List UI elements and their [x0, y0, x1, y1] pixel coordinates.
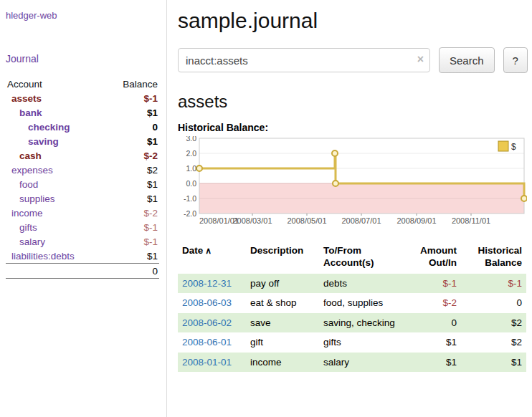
accounts-header-balance: Balance	[123, 79, 158, 90]
account-row: assets $-1	[6, 91, 159, 105]
transaction-accounts: debts	[319, 274, 409, 294]
account-balance: $1	[147, 179, 158, 190]
y-tick-label: 2.0	[186, 149, 196, 158]
y-tick-label: -2.0	[184, 209, 196, 218]
account-link-salary[interactable]: salary	[7, 236, 45, 247]
accounts-table: Account Balance assets $-1 bank $1 check…	[6, 77, 159, 279]
transaction-balance: 0	[461, 293, 526, 313]
transaction-amount: $-1	[409, 274, 461, 294]
account-row: supplies $1	[6, 191, 159, 206]
legend-swatch	[498, 141, 508, 151]
x-tick-label: 2008/11/01	[452, 216, 490, 225]
account-row: bank $1	[6, 105, 159, 120]
transaction-row: 2008-12-31 pay off debts $-1 $-1	[178, 274, 526, 294]
account-link-gifts[interactable]: gifts	[7, 222, 37, 233]
transaction-date-link[interactable]: 2008-06-02	[182, 317, 232, 328]
account-row: gifts $-1	[6, 220, 159, 234]
transaction-date-link[interactable]: 2008-06-03	[182, 297, 232, 308]
transaction-amount: $1	[409, 353, 461, 373]
transaction-description: eat & shop	[246, 293, 319, 313]
account-link-liabilities-debts[interactable]: liabilities:debts	[7, 251, 75, 262]
x-tick-label: 2008/05/01	[287, 216, 326, 225]
data-point-marker	[333, 181, 338, 186]
account-balance: $-2	[143, 208, 158, 219]
transaction-date-link[interactable]: 2008-01-01	[182, 357, 232, 368]
transaction-balance: $2	[461, 332, 526, 353]
y-tick-label: -1.0	[184, 194, 196, 203]
account-link-food[interactable]: food	[7, 179, 38, 190]
header-accounts: To/From Account(s)	[319, 242, 409, 274]
account-link-assets[interactable]: assets	[7, 93, 42, 104]
account-balance: $-1	[143, 93, 158, 104]
accounts-header-account: Account	[7, 79, 42, 90]
clear-search-icon[interactable]: ×	[417, 53, 424, 66]
search-box: ×	[178, 48, 430, 72]
accounts-total-row: 0	[6, 263, 159, 279]
y-tick-label: 1.0	[186, 164, 196, 173]
account-row: income $-2	[6, 206, 159, 220]
transaction-accounts: gifts	[319, 332, 409, 353]
chart-title: Historical Balance:	[178, 122, 526, 133]
header-date-label: Date	[182, 245, 203, 256]
account-balance: $-1	[143, 236, 158, 247]
accounts-table-header: Account Balance	[6, 77, 159, 91]
account-balance: $-2	[143, 150, 158, 161]
transaction-date-link[interactable]: 2008-06-01	[182, 337, 232, 348]
search-bar: × Search ?	[178, 47, 526, 73]
account-link-cash[interactable]: cash	[7, 150, 42, 161]
app-title-link[interactable]: hledger-web	[6, 10, 57, 21]
transaction-row: 2008-06-01 gift gifts $1 $2	[178, 332, 526, 353]
data-point-marker	[521, 196, 527, 201]
account-link-expenses[interactable]: expenses	[7, 165, 53, 176]
account-row: food $1	[6, 177, 159, 191]
transaction-accounts: salary	[319, 353, 409, 373]
account-link-saving[interactable]: saving	[7, 136, 59, 147]
search-input[interactable]	[178, 48, 430, 72]
account-row: salary $-1	[6, 234, 159, 249]
account-link-checking[interactable]: checking	[7, 122, 70, 133]
header-amount: Amount Out/In	[409, 242, 461, 274]
transaction-row: 2008-06-03 eat & shop food, supplies $-2…	[178, 293, 526, 313]
y-tick-label: 3.0	[186, 136, 196, 143]
y-tick-label: 0.0	[186, 179, 196, 188]
account-link-bank[interactable]: bank	[7, 107, 42, 118]
chart-svg: $ 3.0 2.0 1.0 0.0 -1.0 -2.0 2008/01/01 2…	[178, 136, 527, 231]
transaction-amount: 0	[409, 313, 461, 333]
help-button[interactable]: ?	[503, 47, 528, 73]
register-table: Date∧ Description To/From Account(s) Amo…	[178, 242, 526, 372]
transaction-description: income	[246, 353, 319, 373]
transaction-row: 2008-06-02 save saving, checking 0 $2	[178, 313, 526, 333]
data-point-marker	[332, 150, 338, 156]
account-heading: assets	[178, 92, 526, 112]
search-button[interactable]: Search	[439, 47, 495, 73]
transaction-balance: $1	[461, 353, 526, 373]
accounts-total: 0	[152, 266, 158, 277]
transaction-date-link[interactable]: 2008-12-31	[182, 278, 232, 289]
header-date[interactable]: Date∧	[178, 242, 246, 274]
account-balance: $-1	[143, 222, 158, 233]
x-tick-label: 2008/07/01	[341, 216, 381, 225]
account-balance: $1	[147, 251, 158, 262]
transaction-accounts: food, supplies	[319, 293, 409, 313]
x-tick-label: 2008/03/01	[232, 216, 272, 225]
transaction-description: save	[246, 313, 319, 333]
account-link-income[interactable]: income	[7, 208, 43, 219]
account-balance: 0	[152, 122, 158, 133]
account-balance: $1	[147, 107, 158, 118]
transaction-balance: $2	[461, 313, 526, 333]
sidebar-item-journal[interactable]: Journal	[6, 53, 39, 64]
transaction-amount: $1	[409, 332, 461, 353]
register-header-row: Date∧ Description To/From Account(s) Amo…	[178, 242, 526, 274]
account-balance: $1	[147, 136, 158, 147]
header-description: Description	[246, 242, 319, 274]
account-row: expenses $2	[6, 163, 159, 177]
historical-balance-chart: $ 3.0 2.0 1.0 0.0 -1.0 -2.0 2008/01/01 2…	[178, 136, 527, 234]
transaction-accounts: saving, checking	[319, 313, 409, 333]
account-row: liabilities:debts $1	[6, 249, 159, 263]
data-point-marker	[196, 166, 202, 171]
account-row: saving $1	[6, 134, 159, 148]
x-tick-label: 2008/09/01	[396, 216, 436, 225]
legend-label: $	[511, 142, 516, 152]
account-link-supplies[interactable]: supplies	[7, 193, 55, 204]
sort-asc-icon: ∧	[205, 246, 212, 256]
